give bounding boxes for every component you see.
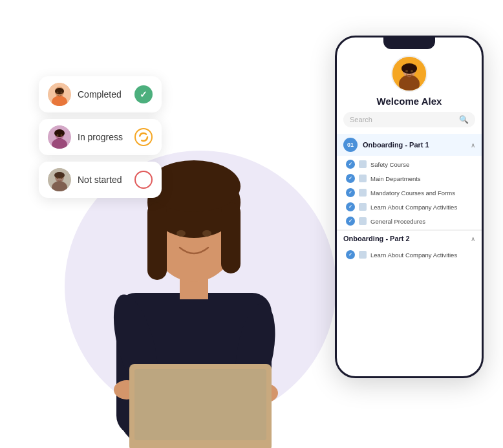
phone-search-bar[interactable]: Search 🔍	[343, 112, 475, 127]
svg-point-33	[54, 172, 65, 178]
section-2-items: ✓ Learn About Company Activities	[337, 246, 482, 263]
status-label-completed: Completed	[78, 89, 128, 100]
item-label: General Procedures	[370, 218, 425, 225]
file-icon	[359, 251, 367, 259]
status-cards-container: Completed ✓ In progress	[39, 76, 162, 198]
svg-point-20	[55, 88, 64, 94]
phone-welcome-text: Welcome Alex	[337, 96, 482, 107]
item-check-icon: ✓	[346, 174, 355, 183]
item-label: Main Departments	[370, 175, 421, 182]
status-card-inprogress: In progress	[39, 119, 162, 155]
section-1-number: 01	[343, 138, 358, 152]
avatar-completed	[48, 83, 71, 106]
list-item: ✓ Mandatory Courses and Forms	[337, 186, 482, 200]
file-icon	[359, 160, 367, 168]
phone-notch	[383, 37, 435, 49]
status-card-completed: Completed ✓	[39, 76, 162, 112]
svg-point-28	[61, 134, 63, 136]
svg-point-27	[57, 134, 59, 136]
item-check-icon: ✓	[346, 202, 355, 211]
file-icon	[359, 189, 367, 197]
list-item: ✓ Main Departments	[337, 171, 482, 186]
section-1-header: 01 Onboarding - Part 1 ∧	[337, 134, 482, 156]
section-1-chevron: ∧	[471, 142, 475, 149]
svg-rect-16	[134, 369, 266, 440]
phone-section-1: 01 Onboarding - Part 1 ∧ ✓ Safety Course…	[337, 134, 482, 229]
section-2-header: Onboarding - Part 2 ∧	[337, 229, 482, 246]
svg-point-35	[61, 177, 63, 179]
status-icon-notstarted	[134, 171, 153, 189]
section-1-items: ✓ Safety Course ✓ Main Departments ✓ Man…	[337, 156, 482, 229]
phone-search-icon: 🔍	[459, 115, 469, 124]
item-label: Learn About Company Activities	[370, 204, 457, 211]
item-label: Mandatory Courses and Forms	[370, 189, 455, 197]
svg-point-9	[202, 230, 211, 237]
file-icon	[359, 175, 367, 182]
item-check-icon: ✓	[346, 217, 355, 226]
section-2-title: Onboarding - Part 2	[343, 235, 466, 242]
status-icon-completed: ✓	[134, 85, 153, 103]
svg-point-8	[177, 230, 186, 237]
item-check-icon: ✓	[346, 160, 355, 169]
svg-point-29	[140, 133, 147, 141]
avatar-inprogress	[48, 125, 71, 149]
status-card-notstarted: Not started	[39, 162, 162, 198]
svg-point-40	[405, 70, 408, 72]
avatar-notstarted	[48, 168, 71, 191]
file-icon	[359, 203, 367, 211]
status-icon-inprogress	[134, 128, 153, 146]
phone-section-2: Onboarding - Part 2 ∧ ✓ Learn About Comp…	[337, 229, 482, 263]
svg-point-41	[411, 70, 413, 72]
item-check-icon: ✓	[346, 250, 355, 259]
phone-avatar	[391, 56, 427, 92]
item-label: Learn About Company Activities	[370, 251, 457, 259]
list-item: ✓ General Procedures	[337, 214, 482, 228]
phone-content: Welcome Alex Search 🔍 01 Onboarding - Pa…	[337, 49, 482, 376]
phone-avatar-container	[337, 56, 482, 92]
phone-mockup: Welcome Alex Search 🔍 01 Onboarding - Pa…	[335, 36, 484, 378]
list-item: ✓ Learn About Company Activities	[337, 200, 482, 214]
svg-point-21	[57, 92, 59, 94]
section-2-chevron: ∧	[471, 235, 475, 242]
status-label-inprogress: In progress	[78, 132, 128, 142]
status-label-notstarted: Not started	[78, 175, 128, 185]
phone-search-placeholder: Search	[350, 116, 455, 123]
item-label: Safety Course	[370, 161, 409, 168]
svg-rect-5	[147, 202, 167, 280]
svg-point-22	[61, 92, 63, 94]
item-check-icon: ✓	[346, 188, 355, 197]
svg-rect-6	[221, 202, 241, 273]
svg-point-39	[401, 63, 417, 74]
svg-point-26	[54, 129, 65, 137]
file-icon	[359, 217, 367, 225]
list-item: ✓ Learn About Company Activities	[337, 248, 482, 262]
list-item: ✓ Safety Course	[337, 157, 482, 171]
svg-point-34	[57, 177, 59, 179]
section-1-title: Onboarding - Part 1	[363, 141, 466, 149]
